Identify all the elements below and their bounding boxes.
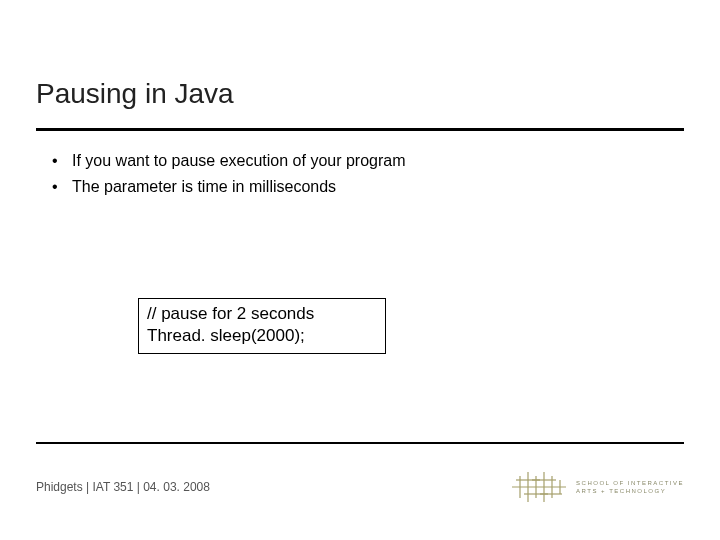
divider-bottom — [36, 442, 684, 444]
siat-logo-icon — [512, 470, 566, 504]
code-line: Thread. sleep(2000); — [147, 325, 377, 347]
logo-text: SCHOOL OF INTERACTIVE ARTS + TECHNOLOGY — [576, 479, 684, 496]
slide-title: Pausing in Java — [36, 78, 684, 110]
footer-text: Phidgets | IAT 351 | 04. 03. 2008 — [36, 480, 210, 494]
slide: Pausing in Java If you want to pause exe… — [0, 0, 720, 540]
logo-block: SCHOOL OF INTERACTIVE ARTS + TECHNOLOGY — [512, 470, 684, 504]
bullet-item: The parameter is time in milliseconds — [48, 175, 684, 199]
code-box: // pause for 2 seconds Thread. sleep(200… — [138, 298, 386, 354]
bullet-list: If you want to pause execution of your p… — [48, 149, 684, 199]
body-area: If you want to pause execution of your p… — [0, 131, 720, 199]
logo-text-line: ARTS + TECHNOLOGY — [576, 487, 684, 495]
title-area: Pausing in Java — [0, 0, 720, 131]
bullet-item: If you want to pause execution of your p… — [48, 149, 684, 173]
logo-text-line: SCHOOL OF INTERACTIVE — [576, 479, 684, 487]
code-line: // pause for 2 seconds — [147, 303, 377, 325]
